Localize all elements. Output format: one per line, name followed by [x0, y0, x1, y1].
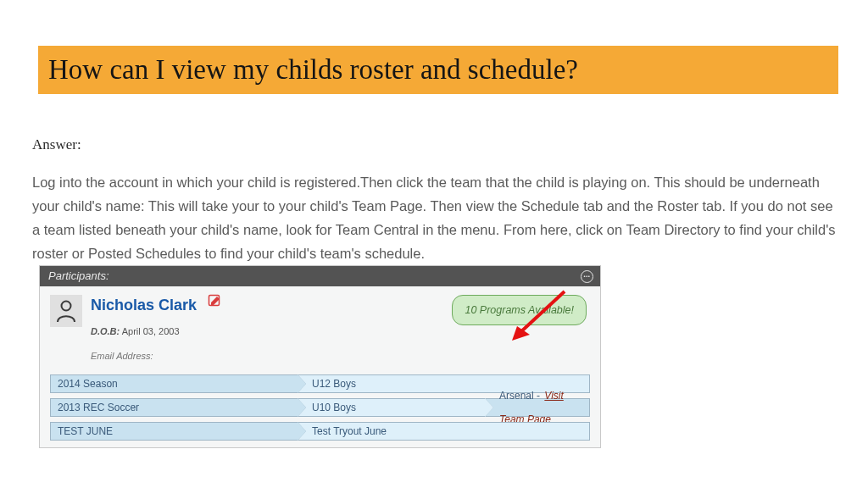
edit-icon[interactable]: [208, 293, 222, 317]
division-cell[interactable]: Test Tryout June: [298, 422, 590, 441]
title-bar: How can I view my childs roster and sche…: [38, 46, 838, 94]
program-rows: 2014 Season U12 Boys 2013 REC Soccer U10…: [50, 374, 592, 441]
more-icon[interactable]: •••: [581, 270, 593, 283]
dob-label: D.O.B:: [91, 326, 120, 336]
cell-label: 2014 Season: [58, 372, 118, 396]
table-row: TEST JUNE Test Tryout June: [50, 422, 592, 441]
cell-label: TEST JUNE: [58, 419, 113, 443]
participants-panel: Participants: ••• Nicholas Clark D: [39, 265, 601, 448]
page-title: How can I view my childs roster and sche…: [48, 54, 828, 86]
cell-label: U12 Boys: [312, 372, 356, 396]
answer-text: Log into the account in which your child…: [32, 175, 836, 261]
dob-value: April 03, 2003: [120, 326, 179, 336]
cell-label: 2013 REC Soccer: [58, 396, 139, 419]
participant-name[interactable]: Nicholas Clark: [91, 293, 197, 317]
dob-line: D.O.B: April 03, 2003: [91, 319, 222, 343]
season-cell[interactable]: 2014 Season: [50, 374, 298, 393]
season-cell[interactable]: 2013 REC Soccer: [50, 398, 298, 417]
answer-label: Answer:: [32, 136, 868, 153]
answer-body: Log into the account in which your child…: [32, 170, 837, 448]
cell-label: Test Tryout June: [312, 419, 387, 443]
participant-block: Nicholas Clark D.O.B: April 03, 2003 Ema…: [40, 286, 600, 447]
person-icon: [55, 299, 77, 323]
svg-point-0: [62, 302, 71, 311]
panel-header-label: Participants:: [48, 264, 109, 288]
email-label: Email Address:: [91, 344, 222, 368]
team-cell[interactable]: Arsenal - Visit Team Page: [485, 398, 590, 417]
table-row: 2013 REC Soccer U10 Boys Arsenal - Visit…: [50, 398, 592, 417]
team-prefix: Arsenal -: [499, 390, 542, 402]
division-cell[interactable]: U10 Boys: [298, 398, 486, 417]
cell-label: U10 Boys: [312, 396, 356, 419]
avatar: [50, 295, 82, 327]
panel-header: Participants: •••: [40, 266, 600, 286]
season-cell[interactable]: TEST JUNE: [50, 422, 298, 441]
programs-badge[interactable]: 10 Programs Available!: [452, 295, 587, 325]
